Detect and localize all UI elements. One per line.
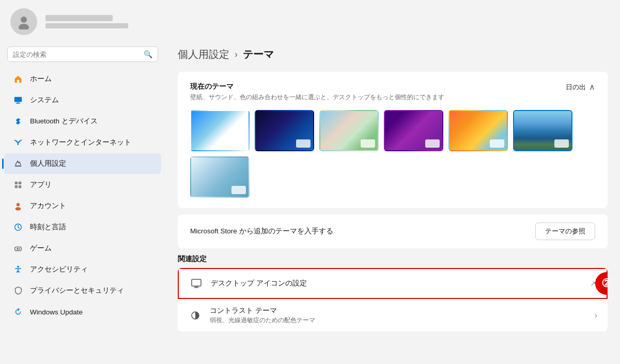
- chevron-up-icon: ∧: [589, 82, 595, 92]
- theme-taskbar: [425, 139, 440, 148]
- collapse-label: 日の出: [566, 83, 586, 92]
- time-icon: [12, 221, 24, 233]
- sidebar-label-gaming: ゲーム: [30, 244, 52, 253]
- theme-item-theme1[interactable]: [190, 110, 250, 151]
- contrast-theme-icon: [188, 308, 203, 323]
- current-theme-card: 現在のテーマ 壁紙、サウンド、色の組み合わせを一緒に選ぶと、デスクトップをもっと…: [178, 72, 608, 208]
- settings-item-title-contrast-theme: コントラスト テーマ: [210, 306, 595, 315]
- svg-rect-4: [17, 103, 19, 103]
- privacy-icon: [12, 285, 24, 296]
- breadcrumb: 個人用設定 › テーマ: [178, 48, 608, 61]
- user-info: [45, 15, 128, 28]
- sidebar-item-time[interactable]: 時刻と言語: [4, 217, 161, 238]
- svg-rect-8: [15, 182, 18, 184]
- svg-rect-2: [17, 80, 20, 83]
- sidebar: 🔍 ホーム システム Bluetooth とデバイス ネットワークとインターネッ…: [0, 39, 165, 364]
- network-icon: [12, 137, 24, 148]
- theme-item-theme3[interactable]: [319, 110, 379, 151]
- sidebar-item-personalization[interactable]: 個人用設定: [4, 153, 161, 174]
- sidebar-label-home: ホーム: [30, 74, 52, 84]
- svg-point-12: [17, 203, 20, 206]
- svg-point-0: [21, 17, 27, 23]
- svg-rect-3: [14, 97, 22, 102]
- update-icon: [12, 306, 24, 318]
- related-settings-title: 関連設定: [178, 255, 608, 264]
- svg-rect-9: [19, 182, 21, 184]
- search-icon: 🔍: [144, 50, 152, 58]
- sidebar-label-bluetooth: Bluetooth とデバイス: [30, 117, 98, 126]
- theme-item-theme5[interactable]: [448, 110, 508, 151]
- chevron-right-icon: ›: [595, 311, 597, 320]
- breadcrumb-arrow: ›: [235, 49, 238, 60]
- card-subtitle: 壁紙、サウンド、色の組み合わせを一緒に選ぶと、デスクトップをもっと個性的にできま…: [190, 93, 444, 102]
- svg-rect-7: [15, 166, 22, 167]
- gaming-icon: [12, 243, 24, 254]
- svg-rect-11: [19, 185, 21, 188]
- sidebar-item-network[interactable]: ネットワークとインターネット: [4, 132, 161, 153]
- theme-item-theme4[interactable]: [384, 110, 443, 151]
- avatar: [10, 8, 37, 35]
- settings-item-text-desktop-icons: デスクトップ アイコンの設定: [211, 279, 590, 288]
- sidebar-item-gaming[interactable]: ゲーム: [4, 238, 161, 259]
- annotation-badge: ②: [595, 272, 608, 295]
- theme-taskbar: [231, 139, 246, 148]
- sidebar-item-privacy[interactable]: プライバシーとセキュリティ: [4, 280, 161, 301]
- bluetooth-icon: [12, 116, 24, 127]
- related-settings-section: 関連設定 デスクトップ アイコンの設定 ↗ ② コントラスト テーマ 弱視、光線…: [178, 255, 608, 331]
- theme-item-theme6[interactable]: [513, 110, 572, 151]
- sidebar-label-network: ネットワークとインターネット: [30, 138, 131, 147]
- main-layout: 🔍 ホーム システム Bluetooth とデバイス ネットワークとインターネッ…: [0, 39, 620, 364]
- desktop-icons-icon: [189, 276, 204, 291]
- sidebar-item-accounts[interactable]: アカウント: [4, 196, 161, 216]
- svg-point-17: [19, 249, 20, 250]
- settings-item-title-desktop-icons: デスクトップ アイコンの設定: [211, 279, 590, 288]
- sidebar-label-system: システム: [30, 96, 59, 105]
- system-icon: [12, 94, 24, 106]
- svg-point-13: [16, 207, 21, 210]
- sidebar-item-home[interactable]: ホーム: [4, 69, 161, 89]
- home-icon: [12, 73, 24, 85]
- sidebar-item-bluetooth[interactable]: Bluetooth とデバイス: [4, 111, 161, 132]
- svg-rect-5: [16, 103, 21, 104]
- store-text: Microsoft Store から追加のテーマを入手する: [190, 227, 333, 236]
- sidebar-label-apps: アプリ: [30, 180, 52, 189]
- settings-item-desktop-icons[interactable]: デスクトップ アイコンの設定 ↗ ②: [178, 268, 608, 299]
- theme-item-theme2[interactable]: [255, 110, 314, 151]
- sidebar-item-update[interactable]: Windows Update: [4, 302, 161, 322]
- svg-point-18: [17, 266, 19, 268]
- sidebar-label-privacy: プライバシーとセキュリティ: [30, 286, 124, 295]
- personalization-icon: [12, 158, 24, 169]
- settings-list: デスクトップ アイコンの設定 ↗ ② コントラスト テーマ 弱視、光線過敏症のた…: [178, 268, 608, 331]
- sidebar-item-system[interactable]: システム: [4, 90, 161, 110]
- sidebar-item-accessibility[interactable]: アクセシビリティ: [4, 259, 161, 280]
- theme-taskbar: [490, 139, 504, 148]
- theme-taskbar: [231, 186, 246, 194]
- theme-collapse-button[interactable]: 日の出 ∧: [566, 82, 595, 92]
- store-row: Microsoft Store から追加のテーマを入手する テーマの参照: [178, 214, 608, 248]
- theme-taskbar: [296, 139, 311, 148]
- search-input[interactable]: [13, 51, 140, 58]
- theme-grid: [190, 110, 595, 198]
- theme-item-theme7[interactable]: [190, 156, 250, 198]
- svg-rect-21: [194, 288, 199, 288]
- nav-items-container: ホーム システム Bluetooth とデバイス ネットワークとインターネット …: [0, 68, 165, 323]
- card-header: 現在のテーマ 壁紙、サウンド、色の組み合わせを一緒に選ぶと、デスクトップをもっと…: [190, 82, 595, 102]
- settings-item-contrast-theme[interactable]: コントラスト テーマ 弱視、光線過敏症のための配色テーマ ›: [178, 299, 608, 331]
- theme-taskbar: [361, 139, 375, 148]
- browse-themes-button[interactable]: テーマの参照: [535, 223, 595, 240]
- search-box[interactable]: 🔍: [7, 46, 158, 62]
- svg-rect-10: [15, 185, 18, 188]
- svg-point-16: [19, 248, 20, 249]
- breadcrumb-parent[interactable]: 個人用設定: [178, 48, 229, 61]
- accessibility-icon: [12, 264, 24, 275]
- apps-icon: [12, 179, 24, 191]
- svg-point-1: [19, 24, 29, 29]
- user-email-bar: [45, 23, 128, 28]
- breadcrumb-current: テーマ: [243, 48, 274, 61]
- svg-rect-20: [195, 287, 198, 288]
- sidebar-item-apps[interactable]: アプリ: [4, 175, 161, 195]
- header: [0, 0, 620, 39]
- svg-rect-19: [192, 279, 201, 286]
- theme-taskbar: [554, 139, 569, 148]
- sidebar-label-time: 時刻と言語: [30, 223, 66, 232]
